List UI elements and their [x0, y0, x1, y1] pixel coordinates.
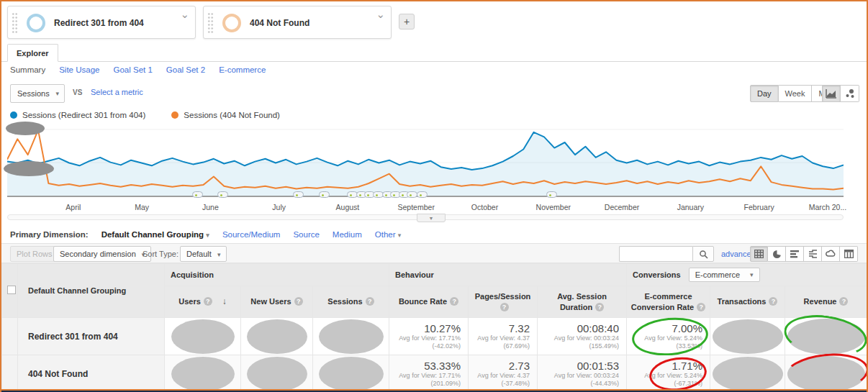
column-header-avg-session-duration[interactable]: Avg. Session Duration?: [538, 286, 627, 318]
dimension-other-label: Other: [375, 230, 396, 239]
redaction-blob: [247, 357, 307, 391]
caret-down-icon: ▾: [206, 232, 209, 239]
caret-down-icon: ▾: [750, 271, 754, 278]
dimension-column-header[interactable]: Default Channel Grouping: [18, 264, 165, 318]
dimension-source[interactable]: Source: [293, 230, 319, 239]
legend-label: Sessions (404 Not Found): [184, 111, 280, 119]
column-header-ecommerce-conversion-rate[interactable]: E-commerce Conversion Rate?: [627, 286, 710, 318]
table-view-button[interactable]: [750, 246, 768, 262]
subnav-goal-set-1[interactable]: Goal Set 1: [113, 65, 152, 74]
subnav-ecommerce[interactable]: E-commerce: [219, 65, 266, 74]
conversions-type-select[interactable]: E-commerce ▾: [689, 268, 760, 282]
legend-dot-orange: [171, 111, 178, 119]
help-icon[interactable]: ?: [450, 297, 458, 306]
subnav-summary[interactable]: Summary: [10, 65, 45, 74]
chevron-down-icon[interactable]: ⌄: [376, 8, 385, 21]
redaction-blob: [787, 319, 865, 355]
metric-select-value: Sessions: [17, 89, 50, 98]
plot-rows-button[interactable]: Plot Rows: [10, 246, 59, 262]
search-input[interactable]: [619, 246, 692, 262]
drag-handle-icon[interactable]: [207, 12, 214, 34]
term-cloud-view-button[interactable]: [822, 246, 840, 262]
tab-divider: [1, 61, 867, 62]
conversion-rate-cell: 7.00%Avg for View: 5.24%(33.53%): [627, 318, 710, 355]
row-checkbox-cell: [2, 355, 18, 392]
annotation-marker[interactable]: [192, 191, 203, 198]
metric-select[interactable]: Sessions ▾: [10, 84, 65, 103]
dimension-active-value: Default Channel Grouping: [101, 230, 204, 239]
add-segment-button[interactable]: +: [399, 14, 415, 29]
dimension-default-channel-grouping[interactable]: Default Channel Grouping ▾: [101, 230, 209, 239]
sort-type-select[interactable]: Default ▾: [180, 246, 227, 262]
select-metric-link[interactable]: Select a metric: [91, 88, 143, 96]
row-dimension[interactable]: Redirect 301 from 404: [18, 318, 165, 355]
select-all-checkbox[interactable]: [7, 286, 16, 294]
dimension-source-medium[interactable]: Source/Medium: [222, 230, 281, 239]
column-header-new-users[interactable]: New Users?: [241, 286, 313, 318]
help-icon[interactable]: ?: [697, 303, 705, 311]
row-dimension[interactable]: 404 Not Found: [18, 355, 165, 392]
annotation-marker[interactable]: [417, 191, 428, 198]
caret-down-icon: ▾: [217, 251, 221, 258]
annotation-marker[interactable]: [217, 191, 228, 198]
granularity-day-button[interactable]: Day: [750, 85, 779, 102]
conversion-rate-cell: 1.71%Avg for View: 5.24%(-67.31%): [627, 355, 710, 392]
granularity-week-button[interactable]: Week: [779, 85, 813, 102]
column-header-transactions[interactable]: Transactions?: [710, 286, 785, 318]
annotation-marker[interactable]: [293, 191, 304, 198]
column-header-bounce-rate[interactable]: Bounce Rate?: [389, 286, 469, 318]
conversions-label: Conversions: [633, 270, 681, 279]
month-label: July: [272, 203, 286, 211]
column-header-users[interactable]: Users?↓: [165, 286, 241, 318]
performance-view-button[interactable]: [786, 246, 804, 262]
pivot-view-button[interactable]: [840, 246, 858, 262]
drag-handle-icon[interactable]: [12, 12, 18, 34]
help-icon[interactable]: ?: [839, 297, 848, 306]
month-label: April: [65, 203, 81, 211]
timeseries-chart[interactable]: [7, 124, 844, 199]
line-chart-button[interactable]: [822, 85, 841, 102]
month-label: August: [336, 203, 360, 211]
annotation-marker[interactable]: [546, 191, 557, 198]
search-button[interactable]: [692, 246, 714, 262]
dimension-medium[interactable]: Medium: [333, 230, 362, 239]
help-icon[interactable]: ?: [294, 297, 303, 306]
group-header-behaviour: Behaviour: [389, 264, 627, 286]
comparison-view-button[interactable]: [804, 246, 822, 262]
subnav-goal-set-2[interactable]: Goal Set 2: [166, 65, 205, 74]
segment-donut-icon: [27, 14, 45, 32]
sort-type-value: Default: [186, 250, 212, 258]
column-header-revenue[interactable]: Revenue?: [785, 286, 867, 318]
sort-type-label: Sort Type:: [143, 250, 178, 258]
secondary-dimension-button[interactable]: Secondary dimension ▾: [53, 246, 151, 262]
report-subnav: Summary Site Usage Goal Set 1 Goal Set 2…: [10, 65, 266, 74]
redaction-blob: [713, 319, 783, 354]
percentage-view-button[interactable]: [768, 246, 786, 262]
analytics-report-page: Redirect 301 from 404 ⌄ 404 Not Found ⌄ …: [0, 0, 868, 392]
chevron-down-icon[interactable]: ⌄: [180, 8, 189, 21]
segment-card-404[interactable]: 404 Not Found ⌄: [203, 6, 392, 39]
segment-card-redirect[interactable]: Redirect 301 from 404 ⌄: [7, 6, 196, 39]
annotation-marker[interactable]: [319, 191, 330, 198]
help-icon[interactable]: ?: [595, 303, 604, 311]
help-icon[interactable]: ?: [769, 297, 777, 306]
legend-item: Sessions (404 Not Found): [171, 111, 280, 119]
row-checkbox-cell: [2, 318, 18, 355]
subnav-site-usage[interactable]: Site Usage: [59, 65, 99, 74]
motion-chart-button[interactable]: [841, 85, 859, 102]
help-icon[interactable]: ?: [500, 303, 509, 311]
help-icon[interactable]: ?: [366, 297, 374, 306]
column-header-pages-session[interactable]: Pages/Session?: [469, 286, 538, 318]
annotations-expander[interactable]: ▼: [417, 214, 446, 222]
tab-explorer[interactable]: Explorer: [7, 44, 58, 62]
sessions-cell: [313, 355, 389, 392]
dimension-other[interactable]: Other ▾: [375, 230, 402, 239]
table-row: 404 Not Found 53.33%Avg for View: 17.71%…: [2, 355, 867, 392]
annotation-marker[interactable]: [407, 191, 417, 198]
line-chart-icon: [826, 88, 837, 99]
month-label: November: [536, 203, 571, 211]
search-icon: [699, 250, 708, 259]
redaction-blob: [247, 319, 307, 354]
help-icon[interactable]: ?: [204, 297, 212, 306]
column-header-sessions[interactable]: Sessions?: [313, 286, 389, 318]
